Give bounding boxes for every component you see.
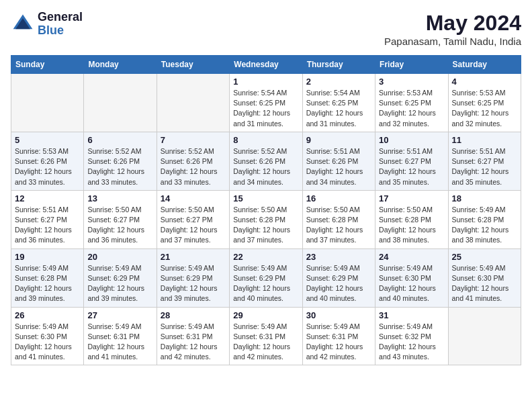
day-number: 18 — [452, 193, 517, 203]
day-number: 29 — [233, 310, 298, 320]
calendar-day-cell: 3Sunrise: 5:53 AM Sunset: 6:25 PM Daylig… — [375, 74, 448, 132]
day-info: Sunrise: 5:53 AM Sunset: 6:25 PM Dayligh… — [452, 88, 517, 129]
calendar-day-cell: 28Sunrise: 5:49 AM Sunset: 6:31 PM Dayli… — [157, 307, 229, 365]
logo-icon — [11, 12, 35, 36]
day-info: Sunrise: 5:52 AM Sunset: 6:26 PM Dayligh… — [233, 146, 298, 187]
day-info: Sunrise: 5:49 AM Sunset: 6:28 PM Dayligh… — [452, 205, 517, 246]
day-info: Sunrise: 5:49 AM Sunset: 6:30 PM Dayligh… — [15, 322, 80, 363]
day-info: Sunrise: 5:51 AM Sunset: 6:27 PM Dayligh… — [15, 205, 80, 246]
calendar-day-cell: 18Sunrise: 5:49 AM Sunset: 6:28 PM Dayli… — [448, 190, 521, 248]
day-number: 6 — [87, 135, 152, 145]
day-number: 2 — [306, 77, 371, 87]
calendar-day-cell: 22Sunrise: 5:49 AM Sunset: 6:29 PM Dayli… — [230, 248, 302, 307]
day-info: Sunrise: 5:52 AM Sunset: 6:26 PM Dayligh… — [161, 146, 226, 187]
calendar-day-cell: 2Sunrise: 5:54 AM Sunset: 6:25 PM Daylig… — [302, 74, 375, 132]
day-number: 12 — [15, 193, 80, 203]
day-info: Sunrise: 5:49 AM Sunset: 6:31 PM Dayligh… — [161, 322, 226, 363]
day-number: 25 — [452, 252, 517, 262]
day-number: 26 — [15, 310, 80, 320]
logo: General Blue — [11, 11, 83, 38]
day-number: 10 — [379, 135, 444, 145]
calendar-day-cell: 29Sunrise: 5:49 AM Sunset: 6:31 PM Dayli… — [230, 307, 302, 365]
calendar-day-cell: 21Sunrise: 5:49 AM Sunset: 6:29 PM Dayli… — [157, 248, 229, 307]
day-info: Sunrise: 5:49 AM Sunset: 6:31 PM Dayligh… — [87, 322, 152, 363]
day-number: 14 — [161, 193, 226, 203]
day-number: 30 — [306, 310, 371, 320]
day-number: 27 — [87, 310, 152, 320]
calendar-day-cell: 5Sunrise: 5:53 AM Sunset: 6:26 PM Daylig… — [11, 132, 84, 190]
calendar-week-row: 19Sunrise: 5:49 AM Sunset: 6:28 PM Dayli… — [11, 248, 521, 307]
day-info: Sunrise: 5:50 AM Sunset: 6:27 PM Dayligh… — [87, 205, 152, 246]
calendar-week-row: 5Sunrise: 5:53 AM Sunset: 6:26 PM Daylig… — [11, 132, 521, 190]
calendar-day-cell: 25Sunrise: 5:49 AM Sunset: 6:30 PM Dayli… — [448, 248, 521, 307]
day-number: 20 — [87, 252, 152, 262]
calendar-week-row: 1Sunrise: 5:54 AM Sunset: 6:25 PM Daylig… — [11, 74, 521, 132]
calendar-day-cell: 4Sunrise: 5:53 AM Sunset: 6:25 PM Daylig… — [448, 74, 521, 132]
calendar-day-cell: 26Sunrise: 5:49 AM Sunset: 6:30 PM Dayli… — [11, 307, 84, 365]
day-number: 15 — [233, 193, 298, 203]
day-number: 5 — [15, 135, 80, 145]
day-number: 13 — [87, 193, 152, 203]
day-info: Sunrise: 5:54 AM Sunset: 6:25 PM Dayligh… — [306, 88, 371, 129]
day-info: Sunrise: 5:50 AM Sunset: 6:28 PM Dayligh… — [233, 205, 298, 246]
day-info: Sunrise: 5:50 AM Sunset: 6:28 PM Dayligh… — [306, 205, 371, 246]
calendar-day-cell: 1Sunrise: 5:54 AM Sunset: 6:25 PM Daylig… — [230, 74, 302, 132]
month-year-title: May 2024 — [384, 11, 521, 36]
calendar-day-cell: 12Sunrise: 5:51 AM Sunset: 6:27 PM Dayli… — [11, 190, 84, 248]
day-number: 21 — [161, 252, 226, 262]
calendar-day-cell: 7Sunrise: 5:52 AM Sunset: 6:26 PM Daylig… — [157, 132, 229, 190]
day-number: 24 — [379, 252, 444, 262]
calendar-day-cell: 10Sunrise: 5:51 AM Sunset: 6:27 PM Dayli… — [375, 132, 448, 190]
day-of-week-header: Sunday — [11, 56, 84, 74]
day-number: 16 — [306, 193, 371, 203]
day-info: Sunrise: 5:50 AM Sunset: 6:27 PM Dayligh… — [161, 205, 226, 246]
day-info: Sunrise: 5:49 AM Sunset: 6:30 PM Dayligh… — [379, 263, 444, 304]
calendar-day-cell: 30Sunrise: 5:49 AM Sunset: 6:31 PM Dayli… — [302, 307, 375, 365]
day-number: 19 — [15, 252, 80, 262]
calendar-day-cell: 11Sunrise: 5:51 AM Sunset: 6:27 PM Dayli… — [448, 132, 521, 190]
day-info: Sunrise: 5:51 AM Sunset: 6:27 PM Dayligh… — [379, 146, 444, 187]
day-info: Sunrise: 5:52 AM Sunset: 6:26 PM Dayligh… — [87, 146, 152, 187]
day-info: Sunrise: 5:49 AM Sunset: 6:32 PM Dayligh… — [379, 322, 444, 363]
day-info: Sunrise: 5:49 AM Sunset: 6:29 PM Dayligh… — [233, 263, 298, 304]
day-info: Sunrise: 5:49 AM Sunset: 6:31 PM Dayligh… — [233, 322, 298, 363]
day-number: 11 — [452, 135, 517, 145]
day-of-week-header: Thursday — [302, 56, 375, 74]
title-block: May 2024 Papanasam, Tamil Nadu, India — [384, 11, 521, 47]
calendar-day-cell: 14Sunrise: 5:50 AM Sunset: 6:27 PM Dayli… — [157, 190, 229, 248]
day-of-week-header: Monday — [84, 56, 157, 74]
day-number: 28 — [161, 310, 226, 320]
calendar-day-cell: 31Sunrise: 5:49 AM Sunset: 6:32 PM Dayli… — [375, 307, 448, 365]
day-of-week-header: Friday — [375, 56, 448, 74]
day-info: Sunrise: 5:51 AM Sunset: 6:26 PM Dayligh… — [306, 146, 371, 187]
day-info: Sunrise: 5:49 AM Sunset: 6:29 PM Dayligh… — [87, 263, 152, 304]
calendar-day-cell: 16Sunrise: 5:50 AM Sunset: 6:28 PM Dayli… — [302, 190, 375, 248]
calendar-day-cell: 6Sunrise: 5:52 AM Sunset: 6:26 PM Daylig… — [84, 132, 157, 190]
day-info: Sunrise: 5:49 AM Sunset: 6:30 PM Dayligh… — [452, 263, 517, 304]
day-number: 3 — [379, 77, 444, 87]
calendar-day-cell: 17Sunrise: 5:50 AM Sunset: 6:28 PM Dayli… — [375, 190, 448, 248]
calendar-day-cell: 27Sunrise: 5:49 AM Sunset: 6:31 PM Dayli… — [84, 307, 157, 365]
logo-general-text: General — [38, 11, 83, 24]
day-info: Sunrise: 5:49 AM Sunset: 6:28 PM Dayligh… — [15, 263, 80, 304]
calendar-header-row: SundayMondayTuesdayWednesdayThursdayFrid… — [11, 56, 521, 74]
calendar-day-cell: 20Sunrise: 5:49 AM Sunset: 6:29 PM Dayli… — [84, 248, 157, 307]
calendar-day-cell: 24Sunrise: 5:49 AM Sunset: 6:30 PM Dayli… — [375, 248, 448, 307]
calendar-day-cell: 19Sunrise: 5:49 AM Sunset: 6:28 PM Dayli… — [11, 248, 84, 307]
calendar-day-cell: 15Sunrise: 5:50 AM Sunset: 6:28 PM Dayli… — [230, 190, 302, 248]
calendar-day-cell: 13Sunrise: 5:50 AM Sunset: 6:27 PM Dayli… — [84, 190, 157, 248]
day-number: 8 — [233, 135, 298, 145]
calendar-day-cell — [11, 74, 84, 132]
logo-blue-text: Blue — [38, 24, 83, 38]
calendar-week-row: 12Sunrise: 5:51 AM Sunset: 6:27 PM Dayli… — [11, 190, 521, 248]
logo-text: General Blue — [38, 11, 83, 38]
day-info: Sunrise: 5:51 AM Sunset: 6:27 PM Dayligh… — [452, 146, 517, 187]
calendar-day-cell — [448, 307, 521, 365]
day-info: Sunrise: 5:49 AM Sunset: 6:29 PM Dayligh… — [161, 263, 226, 304]
day-number: 23 — [306, 252, 371, 262]
day-number: 1 — [233, 77, 298, 87]
day-of-week-header: Saturday — [448, 56, 521, 74]
day-info: Sunrise: 5:49 AM Sunset: 6:29 PM Dayligh… — [306, 263, 371, 304]
calendar-day-cell: 8Sunrise: 5:52 AM Sunset: 6:26 PM Daylig… — [230, 132, 302, 190]
day-number: 17 — [379, 193, 444, 203]
